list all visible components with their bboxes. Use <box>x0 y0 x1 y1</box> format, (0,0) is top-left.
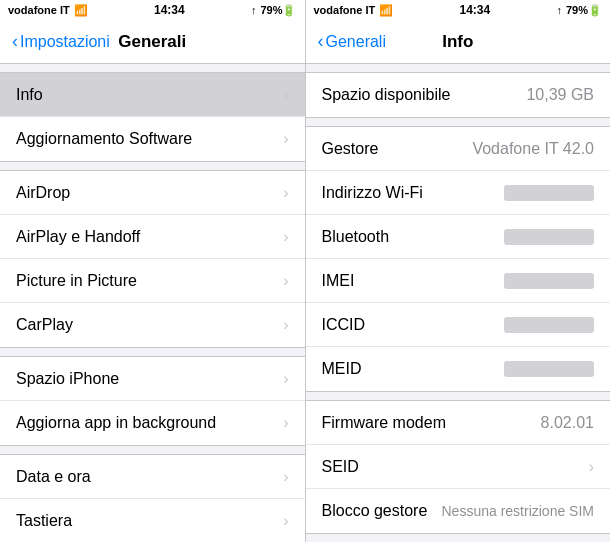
right-section-3: Firmware modem 8.02.01 SEID › Blocco ges… <box>306 400 611 534</box>
right-group-2: Gestore Vodafone IT 42.0 Indirizzo Wi-Fi… <box>306 126 611 392</box>
list-item-data-ora-label: Data e ora <box>16 468 91 486</box>
row-bluetooth: Bluetooth <box>306 215 611 259</box>
left-section-4: Data e ora › Tastiera › Font › <box>0 454 305 542</box>
row-wifi: Indirizzo Wi-Fi <box>306 171 611 215</box>
row-meid-value <box>504 361 594 377</box>
row-meid: MEID <box>306 347 611 391</box>
left-group-2: AirDrop › AirPlay e Handoff › Picture in… <box>0 170 305 348</box>
right-wifi-icon: 📶 <box>379 4 393 17</box>
right-status-bar: vodafone IT 📶 14:34 ↑ 79%🔋 <box>306 0 611 20</box>
row-iccid-label: ICCID <box>322 316 366 334</box>
list-item-aggiornamento-label: Aggiornamento Software <box>16 130 192 148</box>
row-spazio: Spazio disponibile 10,39 GB <box>306 73 611 117</box>
left-section-3: Spazio iPhone › Aggiorna app in backgrou… <box>0 356 305 446</box>
row-bluetooth-label: Bluetooth <box>322 228 390 246</box>
right-arrow-icon: ↑ <box>556 4 562 16</box>
right-back-button[interactable]: ‹ Generali <box>318 31 386 52</box>
list-item-tastiera[interactable]: Tastiera › <box>0 499 305 542</box>
list-item-aggiornamento[interactable]: Aggiornamento Software › <box>0 117 305 161</box>
left-nav-bar: ‹ Impostazioni Generali <box>0 20 305 64</box>
list-item-aggiorna-app[interactable]: Aggiorna app in background › <box>0 401 305 445</box>
left-carrier: vodafone IT <box>8 4 70 16</box>
row-gestore-label: Gestore <box>322 140 379 158</box>
right-section-1: Spazio disponibile 10,39 GB <box>306 72 611 118</box>
row-wifi-value <box>504 185 594 201</box>
right-back-chevron-icon: ‹ <box>318 31 324 52</box>
row-blocco: Blocco gestore Nessuna restrizione SIM <box>306 489 611 533</box>
left-content: Info › Aggiornamento Software › AirDrop … <box>0 64 305 542</box>
left-time: 14:34 <box>154 3 185 17</box>
list-item-data-ora[interactable]: Data e ora › <box>0 455 305 499</box>
row-meid-label: MEID <box>322 360 362 378</box>
right-battery: 79%🔋 <box>566 4 602 17</box>
left-group-4: Data e ora › Tastiera › Font › <box>0 454 305 542</box>
list-item-aggiorna-app-label: Aggiorna app in background <box>16 414 216 432</box>
row-spazio-label: Spazio disponibile <box>322 86 451 104</box>
list-item-spazio-iphone-chevron: › <box>283 370 288 388</box>
right-nav-title: Info <box>442 32 473 52</box>
row-spazio-value: 10,39 GB <box>526 86 594 104</box>
row-iccid-value <box>504 317 594 333</box>
list-item-aggiornamento-chevron: › <box>283 130 288 148</box>
right-back-label: Generali <box>326 33 386 51</box>
row-imei: IMEI <box>306 259 611 303</box>
row-gestore-value: Vodafone IT 42.0 <box>472 140 594 158</box>
right-group-1: Spazio disponibile 10,39 GB <box>306 72 611 118</box>
left-group-3: Spazio iPhone › Aggiorna app in backgrou… <box>0 356 305 446</box>
list-item-data-ora-chevron: › <box>283 468 288 486</box>
right-status-left: vodafone IT 📶 <box>314 4 394 17</box>
right-group-3: Firmware modem 8.02.01 SEID › Blocco ges… <box>306 400 611 534</box>
list-item-airdrop[interactable]: AirDrop › <box>0 171 305 215</box>
left-status-right: ↑ 79%🔋 <box>251 4 297 17</box>
row-firmware-label: Firmware modem <box>322 414 446 432</box>
left-status-bar: vodafone IT 📶 14:34 ↑ 79%🔋 <box>0 0 305 20</box>
row-seid-chevron: › <box>589 458 594 476</box>
left-nav-title: Generali <box>118 32 186 52</box>
list-item-picture-chevron: › <box>283 272 288 290</box>
left-arrow-icon: ↑ <box>251 4 257 16</box>
right-content: Spazio disponibile 10,39 GB Gestore Voda… <box>306 64 611 542</box>
row-bluetooth-value <box>504 229 594 245</box>
row-blocco-label: Blocco gestore <box>322 502 428 520</box>
list-item-info-chevron: › <box>283 86 288 104</box>
list-item-spazio-iphone[interactable]: Spazio iPhone › <box>0 357 305 401</box>
list-item-aggiorna-app-chevron: › <box>283 414 288 432</box>
left-status-left: vodafone IT 📶 <box>8 4 88 17</box>
right-status-right: ↑ 79%🔋 <box>556 4 602 17</box>
list-item-carplay[interactable]: CarPlay › <box>0 303 305 347</box>
list-item-info-label: Info <box>16 86 43 104</box>
left-group-1: Info › Aggiornamento Software › <box>0 72 305 162</box>
left-wifi-icon: 📶 <box>74 4 88 17</box>
right-section-2: Gestore Vodafone IT 42.0 Indirizzo Wi-Fi… <box>306 126 611 392</box>
left-panel: vodafone IT 📶 14:34 ↑ 79%🔋 ‹ Impostazion… <box>0 0 306 542</box>
list-item-airplay-label: AirPlay e Handoff <box>16 228 140 246</box>
list-item-tastiera-chevron: › <box>283 512 288 530</box>
right-carrier: vodafone IT <box>314 4 376 16</box>
row-blocco-value: Nessuna restrizione SIM <box>441 503 594 519</box>
left-back-label: Impostazioni <box>20 33 110 51</box>
row-iccid: ICCID <box>306 303 611 347</box>
list-item-info[interactable]: Info › <box>0 73 305 117</box>
row-firmware-value: 8.02.01 <box>541 414 594 432</box>
list-item-picture-label: Picture in Picture <box>16 272 137 290</box>
list-item-carplay-label: CarPlay <box>16 316 73 334</box>
row-imei-value <box>504 273 594 289</box>
list-item-picture[interactable]: Picture in Picture › <box>0 259 305 303</box>
list-item-airdrop-chevron: › <box>283 184 288 202</box>
list-item-airplay[interactable]: AirPlay e Handoff › <box>0 215 305 259</box>
left-section-1: Info › Aggiornamento Software › <box>0 72 305 162</box>
row-gestore: Gestore Vodafone IT 42.0 <box>306 127 611 171</box>
left-back-chevron-icon: ‹ <box>12 31 18 52</box>
row-firmware: Firmware modem 8.02.01 <box>306 401 611 445</box>
row-wifi-label: Indirizzo Wi-Fi <box>322 184 423 202</box>
list-item-airdrop-label: AirDrop <box>16 184 70 202</box>
list-item-spazio-iphone-label: Spazio iPhone <box>16 370 119 388</box>
row-seid-label: SEID <box>322 458 359 476</box>
right-time: 14:34 <box>460 3 491 17</box>
list-item-carplay-chevron: › <box>283 316 288 334</box>
right-panel: vodafone IT 📶 14:34 ↑ 79%🔋 ‹ Generali In… <box>306 0 611 542</box>
row-seid[interactable]: SEID › <box>306 445 611 489</box>
row-imei-label: IMEI <box>322 272 355 290</box>
left-back-button[interactable]: ‹ Impostazioni <box>12 31 110 52</box>
left-battery: 79%🔋 <box>260 4 296 17</box>
